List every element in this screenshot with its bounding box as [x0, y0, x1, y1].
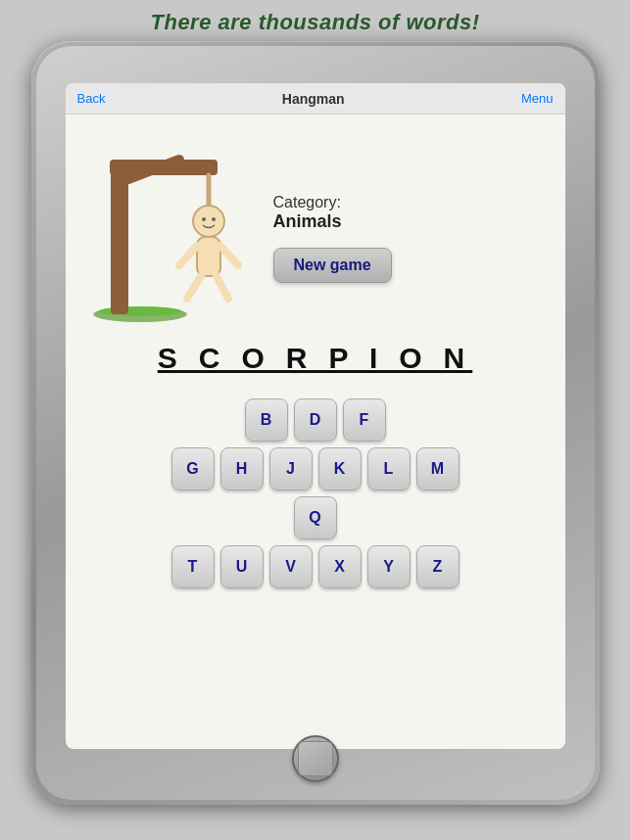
key-X[interactable]: X: [318, 545, 362, 588]
svg-line-12: [187, 276, 201, 299]
screen: Back Hangman Menu: [66, 83, 565, 749]
word-text: S C O R P I O N: [158, 342, 472, 374]
screen-title: Hangman: [282, 91, 345, 107]
svg-rect-9: [197, 237, 220, 276]
key-row-3: Q: [294, 496, 337, 539]
svg-point-8: [212, 217, 216, 221]
key-B[interactable]: B: [245, 398, 288, 442]
key-J[interactable]: J: [269, 447, 313, 490]
home-button-inner: [298, 741, 333, 776]
hangman-illustration: [81, 130, 258, 326]
svg-line-10: [179, 246, 197, 265]
key-Y[interactable]: Y: [367, 545, 411, 588]
page-title: There are thousands of words!: [131, 0, 500, 41]
key-Q[interactable]: Q: [294, 496, 337, 539]
svg-point-7: [202, 217, 206, 221]
svg-line-11: [220, 246, 238, 265]
game-info: Category: Animals New game: [273, 130, 392, 326]
key-L[interactable]: L: [367, 447, 411, 490]
key-K[interactable]: K: [318, 447, 362, 490]
tablet-device: Back Hangman Menu: [31, 41, 600, 805]
key-H[interactable]: H: [220, 447, 264, 490]
keyboard-area: B D F G H J K L M Q: [66, 391, 565, 749]
new-game-button[interactable]: New game: [273, 248, 392, 283]
home-button[interactable]: [292, 735, 339, 782]
key-Z[interactable]: Z: [416, 545, 460, 588]
key-D[interactable]: D: [294, 398, 337, 442]
tablet-inner: Back Hangman Menu: [36, 46, 595, 800]
key-F[interactable]: F: [343, 398, 386, 442]
key-row-1: B D F: [245, 398, 386, 442]
key-row-2: G H J K L M: [171, 447, 460, 490]
key-M[interactable]: M: [416, 447, 460, 490]
category-value: Animals: [273, 211, 342, 231]
svg-point-6: [193, 206, 224, 237]
key-row-4: T U V X Y Z: [171, 545, 460, 588]
word-display: S C O R P I O N: [66, 334, 565, 391]
key-G[interactable]: G: [171, 447, 215, 490]
key-V[interactable]: V: [269, 545, 313, 588]
svg-line-13: [217, 276, 228, 299]
key-T[interactable]: T: [171, 545, 215, 588]
category-label: Category: Animals: [273, 194, 342, 232]
game-area: Category: Animals New game: [66, 115, 565, 334]
status-bar: Back Hangman Menu: [66, 83, 565, 115]
key-U[interactable]: U: [220, 545, 264, 588]
back-button[interactable]: Back: [77, 91, 106, 106]
menu-button[interactable]: Menu: [521, 91, 554, 106]
